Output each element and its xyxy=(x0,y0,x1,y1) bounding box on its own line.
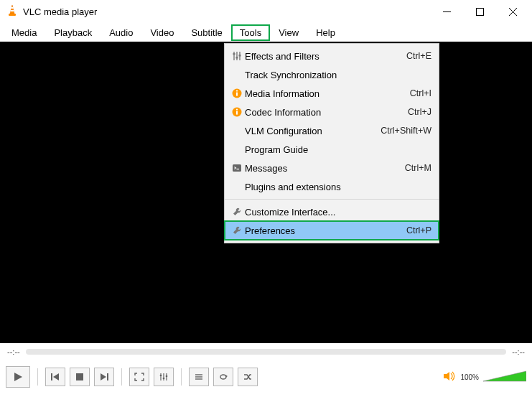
play-button[interactable] xyxy=(6,366,30,388)
svg-rect-5 xyxy=(476,8,483,15)
svg-rect-16 xyxy=(236,57,238,59)
info-icon xyxy=(229,107,245,117)
wrench-icon xyxy=(229,225,245,235)
speaker-icon[interactable] xyxy=(443,370,456,384)
menu-subtitle[interactable]: Subtitle xyxy=(182,24,230,41)
previous-button[interactable] xyxy=(45,368,65,386)
svg-rect-37 xyxy=(166,375,167,377)
separator xyxy=(121,368,122,386)
svg-marker-30 xyxy=(101,373,106,380)
next-button[interactable] xyxy=(94,368,114,386)
menu-item-label: Track Synchronization xyxy=(245,70,431,80)
menu-item-shortcut: Ctrl+J xyxy=(408,107,431,117)
titlebar: VLC media player xyxy=(0,0,532,23)
volume-slider[interactable] xyxy=(483,370,526,384)
loop-button[interactable] xyxy=(213,368,233,386)
window-title: VLC media player xyxy=(23,6,97,17)
menu-tools[interactable]: Tools xyxy=(231,24,270,41)
menu-video[interactable]: Video xyxy=(141,24,182,41)
menu-media[interactable]: Media xyxy=(3,24,45,41)
total-time: --:-- xyxy=(512,347,525,356)
seek-bar[interactable] xyxy=(26,349,507,355)
tools-preferences[interactable]: Preferences Ctrl+P xyxy=(225,221,439,240)
controls-bar: 100% xyxy=(0,360,532,393)
sliders-icon xyxy=(229,51,245,61)
separator xyxy=(37,368,38,386)
menu-item-label: Program Guide xyxy=(245,144,431,155)
menu-item-label: Media Information xyxy=(245,88,410,99)
volume-percent: 100% xyxy=(460,373,479,381)
svg-rect-35 xyxy=(160,375,162,376)
svg-rect-31 xyxy=(107,373,108,380)
menu-item-shortcut: Ctrl+Shift+W xyxy=(381,126,431,136)
tools-media-info[interactable]: Media Information Ctrl+I xyxy=(225,84,439,103)
tools-vlm-config[interactable]: VLM Configuration Ctrl+Shift+W xyxy=(225,121,439,140)
terminal-icon xyxy=(229,163,245,173)
tools-plugins[interactable]: Plugins and extensions xyxy=(225,177,439,196)
svg-rect-1 xyxy=(11,7,13,9)
minimize-button[interactable] xyxy=(430,0,463,23)
menubar: Media Playback Audio Video Subtitle Tool… xyxy=(0,23,532,42)
menu-separator xyxy=(225,199,439,200)
svg-rect-17 xyxy=(239,55,241,57)
menu-item-shortcut: Ctrl+I xyxy=(410,88,431,98)
svg-rect-23 xyxy=(236,111,238,115)
tools-codec-info[interactable]: Codec Information Ctrl+J xyxy=(225,103,439,121)
menu-help[interactable]: Help xyxy=(307,24,344,41)
tools-effects-filters[interactable]: Effects and Filters Ctrl+E xyxy=(225,47,439,65)
svg-point-19 xyxy=(236,90,238,92)
menu-item-shortcut: Ctrl+P xyxy=(406,225,431,235)
svg-rect-36 xyxy=(163,378,164,379)
menu-item-label: Messages xyxy=(245,163,405,174)
menu-playback[interactable]: Playback xyxy=(45,24,101,41)
extended-settings-button[interactable] xyxy=(154,368,174,386)
svg-marker-26 xyxy=(14,373,22,381)
menu-item-label: Codec Information xyxy=(245,107,408,118)
playlist-button[interactable] xyxy=(189,368,209,386)
menu-item-label: Customize Interface... xyxy=(245,207,431,218)
svg-point-22 xyxy=(236,109,238,111)
svg-marker-43 xyxy=(483,371,526,381)
tools-dropdown: Effects and Filters Ctrl+E Track Synchro… xyxy=(224,43,439,243)
tools-program-guide[interactable]: Program Guide xyxy=(225,140,439,159)
svg-rect-29 xyxy=(76,373,83,380)
menu-item-label: Effects and Filters xyxy=(245,51,406,62)
svg-rect-20 xyxy=(236,93,238,96)
tools-messages[interactable]: Messages Ctrl+M xyxy=(225,159,439,177)
svg-rect-2 xyxy=(11,10,14,11)
timeline: --:-- --:-- xyxy=(0,343,532,360)
random-button[interactable] xyxy=(238,368,258,386)
menu-item-label: Plugins and extensions xyxy=(245,182,431,192)
svg-marker-0 xyxy=(10,5,14,14)
svg-rect-24 xyxy=(233,164,241,172)
wrench-icon xyxy=(229,207,245,217)
separator xyxy=(181,368,182,386)
info-icon xyxy=(229,88,245,98)
maximize-button[interactable] xyxy=(463,0,496,23)
svg-rect-27 xyxy=(51,373,52,380)
svg-marker-42 xyxy=(444,372,449,380)
menu-item-shortcut: Ctrl+E xyxy=(406,51,431,61)
app-icon xyxy=(6,4,19,19)
tools-customize-interface[interactable]: Customize Interface... xyxy=(225,202,439,221)
menu-item-label: VLM Configuration xyxy=(245,126,381,136)
menu-audio[interactable]: Audio xyxy=(101,24,141,41)
elapsed-time: --:-- xyxy=(7,347,20,356)
close-button[interactable] xyxy=(496,0,529,23)
svg-marker-28 xyxy=(53,373,59,380)
stop-button[interactable] xyxy=(70,368,90,386)
tools-track-sync[interactable]: Track Synchronization xyxy=(225,65,439,84)
menu-item-shortcut: Ctrl+M xyxy=(405,163,431,173)
menu-view[interactable]: View xyxy=(270,24,307,41)
svg-rect-3 xyxy=(9,14,16,16)
svg-rect-15 xyxy=(233,53,235,55)
fullscreen-button[interactable] xyxy=(129,368,149,386)
menu-item-label: Preferences xyxy=(245,225,406,236)
